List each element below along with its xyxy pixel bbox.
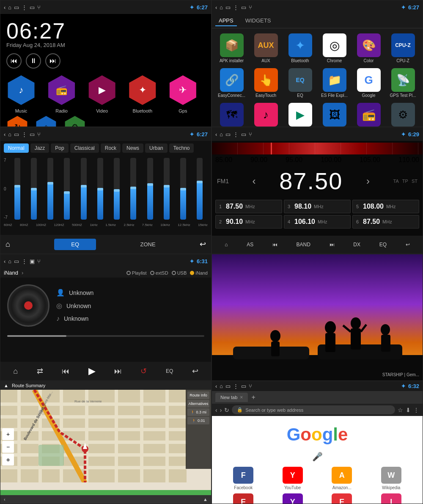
home-p4[interactable]: ⌂	[220, 131, 223, 138]
tab-classical[interactable]: Classical	[70, 143, 99, 153]
home-p8[interactable]: ⌂	[220, 383, 223, 389]
tab-urban[interactable]: Urban	[145, 143, 168, 153]
tab-jazz[interactable]: Jazz	[30, 143, 49, 153]
back-icon-p2[interactable]: ‹	[215, 4, 217, 11]
band-btn[interactable]: BAND	[294, 240, 313, 249]
radio-back-btn[interactable]: ↩	[403, 240, 412, 249]
shortcut-ebay[interactable]: E eBay	[319, 493, 365, 504]
distance-btn-1[interactable]: 🚶 0.3 mi	[187, 408, 209, 416]
shortcut-yahoo[interactable]: Y Yahoo	[270, 493, 316, 504]
app-quickpic[interactable]: 🖼 QuickPic	[318, 101, 351, 127]
music-hex[interactable]: ♪	[6, 75, 36, 105]
more-btn[interactable]: ⋮	[413, 407, 419, 413]
shortcut-youtube[interactable]: Y YouTube	[270, 467, 316, 490]
preset-1[interactable]: 1 87.50 MHz	[215, 200, 282, 213]
back-p5[interactable]: ‹	[4, 258, 5, 264]
progress-wrap[interactable]	[0, 333, 211, 339]
eq-band-500hz[interactable]	[76, 157, 91, 220]
menu-icon[interactable]: ⋮	[22, 4, 27, 11]
eq-band-2.5khz[interactable]	[126, 157, 141, 220]
recents-p8[interactable]: ▭	[225, 383, 231, 389]
address-input[interactable]: 🔒 Search or type web address	[232, 405, 395, 414]
nav-back-btn[interactable]: ‹	[4, 497, 5, 502]
tab-rock[interactable]: Rock	[101, 143, 121, 153]
shortcut-instagram[interactable]: I Instagram	[368, 493, 415, 504]
eq-band-15khz[interactable]	[192, 157, 208, 220]
eq-band-10khz[interactable]	[159, 157, 174, 220]
preset-6[interactable]: 6 87.50 MHz	[352, 215, 419, 229]
route-info-btn[interactable]: Route Info	[187, 391, 209, 399]
browser-back-btn[interactable]: ‹	[215, 407, 217, 413]
new-tab[interactable]: New tab ×	[215, 393, 248, 402]
back-p8[interactable]: ‹	[215, 383, 217, 389]
app-chrome[interactable]: ◎ Chrome	[318, 32, 351, 65]
menu-p5[interactable]: ⋮	[22, 258, 27, 264]
shuffle-btn[interactable]: ⇄	[37, 366, 43, 376]
shortcut-wikipedia[interactable]: W Wikipedia	[368, 467, 415, 490]
app-gpstest[interactable]: 📡 GPS Test Pl...	[387, 66, 419, 99]
app-music[interactable]: ♪ Music	[250, 101, 282, 127]
prev-station-btn[interactable]: ⏮	[270, 240, 280, 249]
next-btn[interactable]: ⏭	[45, 53, 60, 69]
gps-hex[interactable]: ✈	[168, 75, 198, 105]
shortcut-amazon[interactable]: A Amazon...	[319, 467, 365, 490]
app-easytouch[interactable]: 👆 EasyTouch	[250, 66, 282, 99]
preset-5[interactable]: 5 108.00 MHz	[352, 200, 419, 213]
back-p3[interactable]: ‹	[4, 131, 5, 138]
tab-close-btn[interactable]: ×	[240, 394, 243, 400]
browser-refresh-btn[interactable]: ↻	[224, 407, 229, 413]
new-tab-btn[interactable]: +	[251, 394, 255, 401]
app-bluetooth[interactable]: ✦ Bluetooth	[284, 32, 316, 65]
shortcut-facebook[interactable]: F Facebook	[220, 467, 266, 490]
source-expand-icon[interactable]: ›	[22, 270, 23, 276]
extsd-opt[interactable]: extSD	[150, 270, 168, 275]
recents-icon-p2[interactable]: ▭	[225, 4, 231, 11]
eq-band-120hz[interactable]	[59, 157, 75, 220]
eq-band-100hz[interactable]	[42, 157, 58, 220]
eq-band-7.5khz[interactable]	[142, 157, 158, 220]
tab-pop[interactable]: Pop	[51, 143, 68, 153]
preset-3[interactable]: 3 98.10 MHz	[284, 200, 351, 213]
progress-bar[interactable]	[7, 335, 204, 337]
freq-bar[interactable]	[212, 143, 423, 154]
repeat-btn[interactable]: ↺	[140, 366, 147, 376]
next-freq-btn[interactable]: ›	[366, 175, 370, 187]
as-btn[interactable]: AS	[244, 240, 256, 249]
compass-btn[interactable]: ⊕	[2, 454, 14, 465]
prev-track-btn[interactable]: ⏮	[62, 367, 69, 376]
recents-p4[interactable]: ▭	[225, 131, 231, 138]
zoom-in-btn[interactable]: +	[2, 428, 14, 440]
zone-btn[interactable]: ZONE	[140, 241, 155, 248]
home-icon-p2[interactable]: ⌂	[220, 4, 223, 11]
shortcut-espn[interactable]: E ESPN.com	[220, 493, 266, 504]
prev-btn[interactable]: ⏮	[6, 53, 22, 69]
music-eq-btn[interactable]: EQ	[166, 368, 173, 374]
home-hex[interactable]: ⌂	[35, 116, 57, 127]
next-track-btn[interactable]: ⏭	[114, 367, 122, 376]
app-cpuz[interactable]: CPU-Z CPU-Z	[387, 32, 419, 65]
back-icon[interactable]: ‹	[4, 4, 5, 11]
radio-eq-btn[interactable]: EQ	[377, 240, 389, 249]
distance-btn-2[interactable]: 🚶 0.01	[187, 417, 209, 424]
alternatives-btn[interactable]: Alternatives	[187, 400, 209, 408]
dx-btn[interactable]: DX	[351, 240, 363, 249]
app-easyconnect[interactable]: 🔗 EasyConnec...	[215, 66, 248, 99]
menu-p3[interactable]: ⋮	[22, 131, 27, 138]
play-pause-btn[interactable]: ▶	[88, 366, 96, 377]
playlist-opt[interactable]: Playlist	[126, 270, 147, 275]
tab-normal[interactable]: Normal	[4, 143, 29, 153]
app-aux[interactable]: AUX AUX	[250, 32, 282, 65]
bluetooth-hex[interactable]: ✦	[128, 75, 157, 105]
browser-forward-btn[interactable]: ›	[220, 407, 222, 413]
pause-btn[interactable]: ⏸	[26, 53, 41, 69]
app-apk-installer[interactable]: 📦 APK installer	[215, 32, 248, 65]
app-settings[interactable]: ⚙ Settings	[387, 101, 419, 127]
home-p3[interactable]: ⌂	[8, 131, 11, 138]
music-home-btn[interactable]: ⌂	[13, 367, 18, 376]
preset-4[interactable]: 4 106.10 MHz	[284, 215, 351, 229]
home-p5[interactable]: ⌂	[8, 258, 11, 264]
bookmark-btn[interactable]: ☆	[398, 407, 403, 413]
app-eq[interactable]: EQ EQ	[284, 66, 316, 99]
menu-p4[interactable]: ⋮	[233, 131, 239, 138]
eq-preset-btn[interactable]: EQ	[54, 239, 96, 250]
